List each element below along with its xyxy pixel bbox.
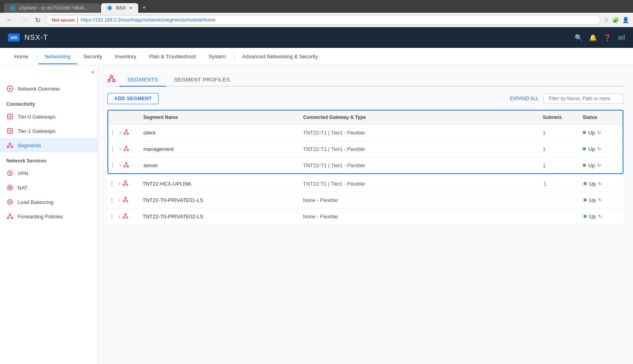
segments-tabs: SEGMENTS SEGMENT PROFILES <box>107 73 623 87</box>
row-actions-private01: ⋮ › <box>107 196 139 204</box>
svg-point-41 <box>127 166 129 167</box>
nav-security[interactable]: Security <box>77 49 109 64</box>
row-gateway-private01: None - Flexible <box>303 197 544 203</box>
vsphere-favicon: 🌐 <box>10 5 16 11</box>
sidebar-item-forwarding-policies[interactable]: Forwarding Policies <box>0 209 97 224</box>
col-header-subnets: Subnets <box>543 115 583 120</box>
extensions-button[interactable]: 🧩 <box>612 17 619 23</box>
svg-line-58 <box>125 215 127 217</box>
row-segment-icon-hcx <box>123 180 128 187</box>
sidebar-item-load-balancing[interactable]: Load Balancing <box>0 195 97 209</box>
back-button[interactable]: ← <box>4 16 15 24</box>
nav-sep-1 <box>36 53 37 61</box>
user-icon[interactable]: ad <box>618 34 625 41</box>
header-actions: 🔍 🔔 ❓ ad <box>575 34 625 42</box>
row-segment-icon-server <box>123 162 129 169</box>
tab-nsx[interactable]: 🔷 NSX ✕ <box>101 3 138 13</box>
row-menu-hcx[interactable]: ⋮ <box>107 180 116 188</box>
row-menu-client[interactable]: ⋮ <box>108 129 117 136</box>
nav-system[interactable]: System <box>202 49 232 64</box>
nav-plan[interactable]: Plan & Troubleshoot <box>143 49 202 64</box>
row-expand-private01[interactable]: › <box>117 196 122 204</box>
sidebar-item-network-overview[interactable]: Network Overview <box>0 81 97 96</box>
search-icon[interactable]: 🔍 <box>575 34 583 42</box>
svg-line-38 <box>126 148 128 149</box>
row-subnets-server[interactable]: 1 <box>543 162 583 168</box>
refresh-icon-server[interactable]: ↻ <box>597 163 601 168</box>
row-menu-server[interactable]: ⋮ <box>108 161 117 169</box>
svg-point-50 <box>123 200 125 202</box>
refresh-icon-client[interactable]: ↻ <box>597 130 601 135</box>
tab-segments[interactable]: SEGMENTS <box>119 73 166 86</box>
status-text-private01: Up <box>589 197 596 203</box>
tab-vsphere[interactable]: 🌐 vSphere - vc.de7510d9c7d848... ✕ <box>4 3 100 13</box>
sidebar-item-segments[interactable]: Segments <box>0 138 97 152</box>
status-dot-client <box>583 131 586 134</box>
nav-advanced[interactable]: Advanced Networking & Security <box>236 49 324 64</box>
row-menu-private02[interactable]: ⋮ <box>107 212 116 220</box>
segments-table-plain: ⋮ › TNT22-HCX-UPLINK TNT22-T1 | Tier1 - … <box>107 176 623 224</box>
profile-button[interactable]: 👤 <box>622 17 629 23</box>
refresh-icon-management[interactable]: ↻ <box>597 146 601 152</box>
row-subnets-client[interactable]: 1 <box>543 130 583 136</box>
svg-point-56 <box>126 217 128 218</box>
row-expand-server[interactable]: › <box>118 162 123 169</box>
svg-point-10 <box>11 146 13 148</box>
new-tab-button[interactable]: + <box>139 2 149 13</box>
vm-logo: vm <box>8 34 20 42</box>
address-separator: | <box>77 17 78 23</box>
nav-sep-2 <box>234 53 234 61</box>
row-gateway-hcx: TNT22-T1 | Tier1 - Flexible <box>303 181 544 187</box>
bookmark-button[interactable]: ☆ <box>604 17 609 23</box>
sidebar: « Network Overview Connectivity <box>0 65 98 364</box>
sidebar-item-vpn[interactable]: VPN <box>0 166 97 180</box>
row-segment-icon-client <box>123 129 129 136</box>
refresh-icon-hcx[interactable]: ↻ <box>598 181 602 186</box>
sidebar-collapse-icon[interactable]: « <box>91 69 94 75</box>
row-actions-server: ⋮ › <box>108 161 140 169</box>
sidebar-item-tier1[interactable]: Tier-1 Gateways <box>0 124 97 138</box>
svg-point-40 <box>124 166 125 167</box>
filter-input[interactable] <box>544 93 623 104</box>
expand-all-button[interactable]: EXPAND ALL <box>510 96 539 101</box>
reload-button[interactable]: ↻ <box>33 16 43 25</box>
bell-icon[interactable]: 🔔 <box>589 34 597 42</box>
forward-button[interactable]: → <box>18 16 30 24</box>
svg-line-12 <box>10 144 12 146</box>
add-segment-button[interactable]: ADD SEGMENT <box>107 93 159 104</box>
nav-inventory[interactable]: Inventory <box>109 49 143 64</box>
row-expand-hcx[interactable]: › <box>117 180 122 187</box>
status-text-server: Up <box>588 162 595 168</box>
vsphere-tab-close[interactable]: ✕ <box>91 6 95 11</box>
help-icon[interactable]: ❓ <box>603 34 611 42</box>
status-text-hcx: Up <box>589 181 596 187</box>
table-header: Segment Name Connected Gateway & Type Su… <box>108 111 623 125</box>
app-header: vm NSX-T 🔍 🔔 ❓ ad <box>0 27 633 48</box>
svg-point-14 <box>9 172 11 174</box>
svg-line-11 <box>8 144 10 146</box>
refresh-icon-private01[interactable]: ↻ <box>598 198 602 203</box>
row-menu-management[interactable]: ⋮ <box>108 145 117 153</box>
nav-home[interactable]: Home <box>8 49 35 64</box>
row-menu-private01[interactable]: ⋮ <box>107 196 116 204</box>
address-input-bar[interactable]: Not secure | https://192.168.0.3/nsx/#/a… <box>46 15 601 25</box>
row-expand-client[interactable]: › <box>118 129 123 136</box>
row-subnets-hcx[interactable]: 1 <box>544 181 583 187</box>
tier1-icon <box>6 127 14 135</box>
svg-line-43 <box>126 164 128 166</box>
row-subnets-management[interactable]: 1 <box>543 146 583 152</box>
sidebar-item-nat-label: NAT <box>18 185 28 191</box>
table-row: ⋮ › server TNT22-T1 | Tier1 - Flexible <box>108 157 623 173</box>
nav-networking[interactable]: Networking <box>38 49 77 64</box>
sidebar-item-tier0[interactable]: Tier-0 Gateways <box>0 109 97 124</box>
svg-line-37 <box>125 148 126 149</box>
svg-line-33 <box>126 131 128 133</box>
refresh-icon-private02[interactable]: ↻ <box>598 214 602 219</box>
sidebar-item-nat[interactable]: NAT <box>0 180 97 195</box>
row-expand-management[interactable]: › <box>118 145 123 152</box>
tab-segment-profiles[interactable]: SEGMENT PROFILES <box>166 73 238 86</box>
nsx-tab-close[interactable]: ✕ <box>129 6 133 11</box>
row-expand-private02[interactable]: › <box>117 213 122 220</box>
row-name-server: server <box>140 162 303 168</box>
status-dot-management <box>583 147 586 150</box>
